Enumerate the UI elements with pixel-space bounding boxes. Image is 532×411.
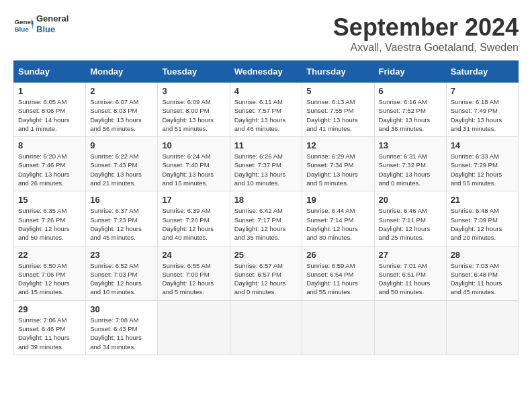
day-number: 24 bbox=[162, 250, 225, 260]
logo-icon: General Blue bbox=[13, 14, 34, 34]
day-info: Sunrise: 6:52 AM Sunset: 7:03 PM Dayligh… bbox=[90, 261, 153, 297]
day-cell: 1Sunrise: 6:05 AM Sunset: 8:06 PM Daylig… bbox=[14, 83, 86, 137]
day-info: Sunrise: 6:20 AM Sunset: 7:46 PM Dayligh… bbox=[18, 152, 81, 187]
day-cell: 9Sunrise: 6:22 AM Sunset: 7:43 PM Daylig… bbox=[86, 137, 158, 191]
day-info: Sunrise: 7:01 AM Sunset: 6:51 PM Dayligh… bbox=[379, 261, 442, 297]
header-sunday: Sunday bbox=[14, 61, 86, 83]
day-number: 13 bbox=[379, 140, 442, 150]
day-number: 19 bbox=[306, 195, 369, 205]
location-title: Axvall, Vaestra Goetaland, Sweden bbox=[333, 42, 519, 54]
day-cell: 21Sunrise: 6:48 AM Sunset: 7:09 PM Dayli… bbox=[446, 191, 518, 246]
day-cell: 11Sunrise: 6:26 AM Sunset: 7:37 PM Dayli… bbox=[230, 137, 302, 191]
day-cell: 5Sunrise: 6:13 AM Sunset: 7:55 PM Daylig… bbox=[302, 83, 374, 137]
day-number: 17 bbox=[162, 195, 225, 205]
day-cell: 22Sunrise: 6:50 AM Sunset: 7:06 PM Dayli… bbox=[14, 246, 86, 300]
day-cell: 30Sunrise: 7:08 AM Sunset: 6:43 PM Dayli… bbox=[86, 300, 158, 355]
day-info: Sunrise: 7:06 AM Sunset: 6:46 PM Dayligh… bbox=[18, 316, 81, 351]
day-number: 1 bbox=[18, 86, 81, 96]
day-cell bbox=[230, 300, 302, 355]
week-row-2: 8Sunrise: 6:20 AM Sunset: 7:46 PM Daylig… bbox=[14, 137, 519, 191]
day-number: 30 bbox=[90, 304, 153, 314]
day-cell: 6Sunrise: 6:16 AM Sunset: 7:52 PM Daylig… bbox=[374, 83, 446, 137]
day-cell: 2Sunrise: 6:07 AM Sunset: 8:03 PM Daylig… bbox=[86, 83, 158, 137]
day-info: Sunrise: 6:39 AM Sunset: 7:20 PM Dayligh… bbox=[162, 206, 225, 242]
day-cell: 8Sunrise: 6:20 AM Sunset: 7:46 PM Daylig… bbox=[14, 137, 86, 191]
day-number: 4 bbox=[234, 86, 298, 96]
day-info: Sunrise: 6:50 AM Sunset: 7:06 PM Dayligh… bbox=[18, 261, 81, 297]
day-number: 23 bbox=[90, 250, 153, 260]
day-info: Sunrise: 6:59 AM Sunset: 6:54 PM Dayligh… bbox=[306, 261, 369, 297]
day-cell: 7Sunrise: 6:18 AM Sunset: 7:49 PM Daylig… bbox=[446, 83, 518, 137]
header-wednesday: Wednesday bbox=[230, 61, 302, 83]
day-number: 22 bbox=[18, 250, 81, 260]
day-info: Sunrise: 6:46 AM Sunset: 7:11 PM Dayligh… bbox=[379, 206, 442, 242]
day-cell: 4Sunrise: 6:11 AM Sunset: 7:57 PM Daylig… bbox=[230, 83, 302, 137]
day-number: 12 bbox=[306, 140, 369, 150]
day-number: 29 bbox=[18, 304, 81, 314]
day-info: Sunrise: 6:57 AM Sunset: 6:57 PM Dayligh… bbox=[234, 261, 298, 297]
day-number: 9 bbox=[90, 140, 153, 150]
day-info: Sunrise: 6:24 AM Sunset: 7:40 PM Dayligh… bbox=[162, 152, 225, 187]
logo: General Blue General Blue bbox=[13, 13, 69, 34]
header-friday: Friday bbox=[374, 61, 446, 83]
day-cell: 10Sunrise: 6:24 AM Sunset: 7:40 PM Dayli… bbox=[158, 137, 230, 191]
day-cell: 20Sunrise: 6:46 AM Sunset: 7:11 PM Dayli… bbox=[374, 191, 446, 246]
day-info: Sunrise: 6:42 AM Sunset: 7:17 PM Dayligh… bbox=[234, 206, 298, 242]
header-tuesday: Tuesday bbox=[158, 61, 230, 83]
day-cell: 12Sunrise: 6:29 AM Sunset: 7:34 PM Dayli… bbox=[302, 137, 374, 191]
day-number: 14 bbox=[451, 140, 514, 150]
day-number: 7 bbox=[451, 86, 514, 96]
day-headers: SundayMondayTuesdayWednesdayThursdayFrid… bbox=[14, 61, 519, 83]
day-cell: 23Sunrise: 6:52 AM Sunset: 7:03 PM Dayli… bbox=[86, 246, 158, 300]
day-number: 8 bbox=[18, 140, 81, 150]
day-cell: 25Sunrise: 6:57 AM Sunset: 6:57 PM Dayli… bbox=[230, 246, 302, 300]
day-number: 15 bbox=[18, 195, 81, 205]
logo-blue: Blue bbox=[36, 24, 69, 35]
header-monday: Monday bbox=[86, 61, 158, 83]
week-row-1: 1Sunrise: 6:05 AM Sunset: 8:06 PM Daylig… bbox=[14, 83, 519, 137]
day-cell: 27Sunrise: 7:01 AM Sunset: 6:51 PM Dayli… bbox=[374, 246, 446, 300]
day-cell: 29Sunrise: 7:06 AM Sunset: 6:46 PM Dayli… bbox=[14, 300, 86, 355]
calendar: SundayMondayTuesdayWednesdayThursdayFrid… bbox=[13, 60, 519, 355]
day-info: Sunrise: 6:31 AM Sunset: 7:32 PM Dayligh… bbox=[379, 152, 442, 187]
day-number: 6 bbox=[379, 86, 442, 96]
day-info: Sunrise: 6:13 AM Sunset: 7:55 PM Dayligh… bbox=[306, 97, 369, 133]
day-cell bbox=[302, 300, 374, 355]
day-cell bbox=[446, 300, 518, 355]
header-saturday: Saturday bbox=[446, 61, 518, 83]
day-info: Sunrise: 6:11 AM Sunset: 7:57 PM Dayligh… bbox=[234, 97, 298, 133]
day-cell: 19Sunrise: 6:44 AM Sunset: 7:14 PM Dayli… bbox=[302, 191, 374, 246]
svg-text:Blue: Blue bbox=[15, 25, 30, 32]
day-info: Sunrise: 6:05 AM Sunset: 8:06 PM Dayligh… bbox=[18, 97, 81, 133]
title-area: September 2024 Axvall, Vaestra Goetaland… bbox=[333, 13, 519, 54]
day-info: Sunrise: 6:07 AM Sunset: 8:03 PM Dayligh… bbox=[90, 97, 153, 133]
day-number: 25 bbox=[234, 250, 298, 260]
day-info: Sunrise: 7:03 AM Sunset: 6:48 PM Dayligh… bbox=[451, 261, 514, 297]
day-number: 18 bbox=[234, 195, 298, 205]
day-info: Sunrise: 7:08 AM Sunset: 6:43 PM Dayligh… bbox=[90, 316, 153, 351]
day-cell: 24Sunrise: 6:55 AM Sunset: 7:00 PM Dayli… bbox=[158, 246, 230, 300]
day-info: Sunrise: 6:18 AM Sunset: 7:49 PM Dayligh… bbox=[451, 97, 514, 133]
day-number: 5 bbox=[306, 86, 369, 96]
day-number: 26 bbox=[306, 250, 369, 260]
day-info: Sunrise: 6:33 AM Sunset: 7:29 PM Dayligh… bbox=[451, 152, 514, 187]
header-thursday: Thursday bbox=[302, 61, 374, 83]
day-cell: 17Sunrise: 6:39 AM Sunset: 7:20 PM Dayli… bbox=[158, 191, 230, 246]
day-cell: 3Sunrise: 6:09 AM Sunset: 8:00 PM Daylig… bbox=[158, 83, 230, 137]
day-cell: 16Sunrise: 6:37 AM Sunset: 7:23 PM Dayli… bbox=[86, 191, 158, 246]
day-info: Sunrise: 6:44 AM Sunset: 7:14 PM Dayligh… bbox=[306, 206, 369, 242]
day-number: 16 bbox=[90, 195, 153, 205]
svg-text:General: General bbox=[15, 18, 34, 26]
day-info: Sunrise: 6:26 AM Sunset: 7:37 PM Dayligh… bbox=[234, 152, 298, 187]
day-cell: 13Sunrise: 6:31 AM Sunset: 7:32 PM Dayli… bbox=[374, 137, 446, 191]
day-cell bbox=[374, 300, 446, 355]
day-info: Sunrise: 6:48 AM Sunset: 7:09 PM Dayligh… bbox=[451, 206, 514, 242]
day-info: Sunrise: 6:09 AM Sunset: 8:00 PM Dayligh… bbox=[162, 97, 225, 133]
day-number: 10 bbox=[162, 140, 225, 150]
day-number: 20 bbox=[379, 195, 442, 205]
day-number: 28 bbox=[451, 250, 514, 260]
day-number: 2 bbox=[90, 86, 153, 96]
svg-marker-3 bbox=[32, 24, 34, 30]
day-number: 27 bbox=[379, 250, 442, 260]
day-cell: 18Sunrise: 6:42 AM Sunset: 7:17 PM Dayli… bbox=[230, 191, 302, 246]
